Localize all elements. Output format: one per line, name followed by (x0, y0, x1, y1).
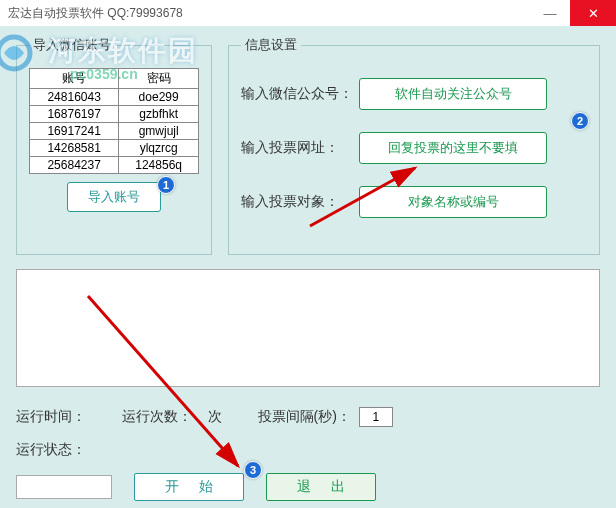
log-textarea[interactable] (16, 269, 600, 387)
label-wechat-account: 输入微信公众号： (241, 85, 359, 103)
input-vote-url[interactable]: 回复投票的这里不要填 (359, 132, 547, 164)
import-legend: 导入微信账号 (29, 36, 115, 54)
step-badge-3: 3 (244, 461, 262, 479)
accounts-table: 账号 密码 24816043doe299 16876197gzbfhkt 169… (29, 68, 199, 174)
table-row: 25684237124856q (30, 157, 199, 174)
table-row: 16917241gmwjujl (30, 123, 199, 140)
status-label: 运行状态： (16, 441, 86, 457)
table-row: 16876197gzbfhkt (30, 106, 199, 123)
input-vote-target[interactable]: 对象名称或编号 (359, 186, 547, 218)
label-vote-target: 输入投票对象： (241, 193, 359, 211)
window-title: 宏达自动投票软件 QQ:79993678 (8, 5, 183, 22)
label-vote-url: 输入投票网址： (241, 139, 359, 157)
col-password: 密码 (119, 69, 199, 89)
col-account: 账号 (30, 69, 119, 89)
interval-label: 投票间隔(秒)： (258, 408, 351, 426)
info-legend: 信息设置 (241, 36, 301, 54)
stats-row: 运行时间： 运行次数： 次 投票间隔(秒)： (16, 407, 600, 427)
step-badge-2: 2 (571, 112, 589, 130)
minimize-button[interactable]: ― (530, 0, 570, 26)
info-settings-panel: 信息设置 输入微信公众号： 软件自动关注公众号 输入投票网址： 回复投票的这里不… (228, 36, 600, 255)
import-accounts-panel: 导入微信账号 账号 密码 24816043doe299 16876197gzbf… (16, 36, 212, 255)
window-titlebar: 宏达自动投票软件 QQ:79993678 ― ✕ (0, 0, 616, 26)
close-button[interactable]: ✕ (570, 0, 616, 26)
status-input[interactable] (16, 475, 112, 499)
interval-input[interactable] (359, 407, 393, 427)
runcount-label: 运行次数： (122, 408, 192, 424)
runcount-unit: 次 (208, 408, 222, 424)
table-row: 14268581ylqzrcg (30, 140, 199, 157)
table-row: 24816043doe299 (30, 89, 199, 106)
runtime-label: 运行时间： (16, 408, 86, 426)
import-accounts-button[interactable]: 导入账号 (67, 182, 161, 212)
input-wechat-account[interactable]: 软件自动关注公众号 (359, 78, 547, 110)
start-button[interactable]: 开 始 (134, 473, 244, 501)
exit-button[interactable]: 退 出 (266, 473, 376, 501)
